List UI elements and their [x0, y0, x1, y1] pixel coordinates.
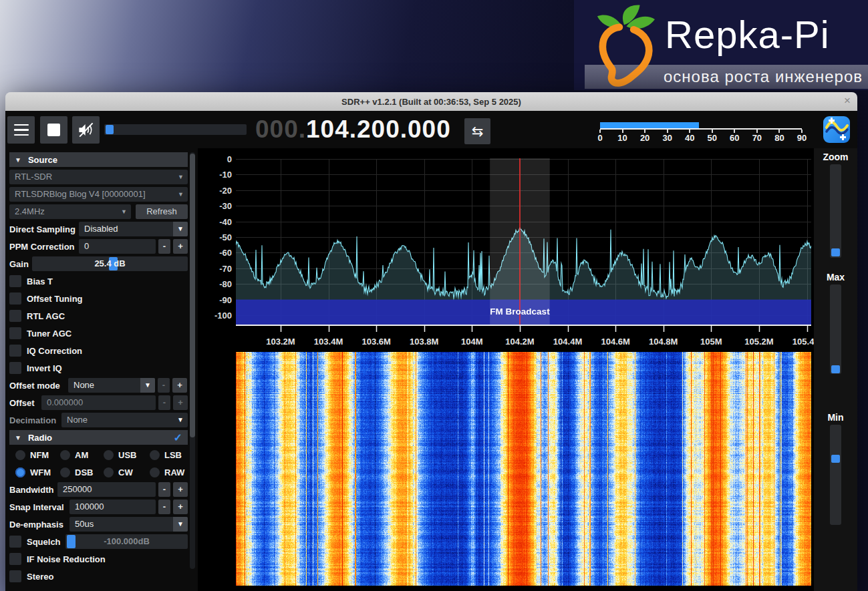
bandwidth-minus-button[interactable]: - [158, 482, 170, 497]
desktop: основа роста инженеров Repka-Pi SDR++ v1… [0, 0, 868, 591]
db-tick-label: -40 [219, 216, 232, 226]
device-dropdown[interactable]: RTLSDRBlog Blog V4 [00000001] ▼ [9, 187, 188, 202]
sdrpp-window: SDR++ v1.2.1 (Built at 00:36:53, Sep 5 2… [5, 92, 857, 591]
volume-grabber[interactable] [106, 125, 114, 134]
if-noise-reduction-label: IF Noise Reduction [27, 554, 106, 564]
deemphasis-dropdown[interactable]: 50us ▼ [69, 517, 188, 532]
sidebar-scrollbar[interactable] [190, 152, 195, 569]
offset-mode-minus-button[interactable]: - [158, 378, 170, 393]
device-value: RTLSDRBlog Blog V4 [00000001] [15, 189, 146, 199]
muted-speaker-icon [77, 121, 95, 139]
source-driver-dropdown[interactable]: RTL-SDR ▼ [9, 170, 188, 184]
decimation-dropdown[interactable]: None ▼ [61, 413, 188, 427]
snap-minus-button[interactable]: - [158, 500, 170, 514]
freq-tick-label: 105.2M [744, 337, 773, 347]
titlebar[interactable]: SDR++ v1.2.1 (Built at 00:36:53, Sep 5 2… [5, 92, 857, 111]
rtl-agc-checkbox[interactable] [9, 310, 21, 322]
min-slider[interactable] [830, 425, 841, 525]
collapse-arrow-icon: ▼ [15, 434, 21, 441]
mode-lsb-radio[interactable]: LSB [150, 450, 190, 460]
frequency-display[interactable]: 000.104.200.000 [255, 111, 451, 148]
min-label: Min [814, 412, 857, 423]
menu-button[interactable] [7, 116, 35, 144]
snr-tick-label: 30 [662, 133, 672, 143]
stereo-checkbox[interactable] [9, 570, 21, 582]
frequency-ghz-digits[interactable]: 000. [255, 116, 306, 143]
db-tick-label: -90 [219, 294, 232, 305]
offset-label: Offset [9, 398, 41, 408]
offset-mode-plus-button[interactable]: + [172, 378, 187, 393]
gain-value: 25.4 dB [32, 256, 188, 271]
mode-wfm-radio[interactable]: WFM [15, 467, 60, 477]
min-grabber[interactable] [831, 455, 840, 463]
db-tick-label: 0 [227, 154, 232, 164]
mode-cw-radio[interactable]: CW [104, 467, 150, 477]
direct-sampling-dropdown[interactable]: Disabled ▼ [79, 222, 188, 236]
invert-iq-checkbox[interactable] [9, 362, 21, 374]
sample-rate-dropdown[interactable]: 2.4MHz ▼ [9, 204, 131, 219]
refresh-button[interactable]: Refresh [136, 204, 188, 219]
offset-tuning-label: Offset Tuning [27, 294, 83, 304]
zoom-grabber[interactable] [831, 248, 840, 256]
mode-raw-radio[interactable]: RAW [150, 467, 190, 477]
bandwidth-plus-button[interactable]: + [173, 482, 188, 497]
snap-plus-button[interactable]: + [173, 500, 188, 514]
bias-t-checkbox[interactable] [9, 275, 21, 287]
ppm-correction-input[interactable]: 0 [79, 239, 156, 254]
radio-panel-header[interactable]: ▼ Radio ✓ [9, 430, 188, 445]
mode-usb-radio[interactable]: USB [104, 450, 150, 460]
mute-button[interactable] [72, 116, 100, 144]
offset-minus-button[interactable]: - [158, 395, 170, 410]
mode-dsb-label: DSB [75, 467, 93, 477]
if-noise-reduction-checkbox[interactable] [9, 553, 21, 565]
sidebar-scrollbar-thumb[interactable] [190, 154, 195, 437]
ppm-minus-button[interactable]: - [158, 239, 170, 254]
max-slider[interactable] [830, 284, 841, 374]
tuner-agc-label: Tuner AGC [27, 329, 71, 339]
max-grabber[interactable] [831, 365, 840, 373]
snr-tick-label: 60 [730, 133, 739, 143]
offset-value: 0.000000 [47, 397, 83, 407]
bandwidth-input[interactable]: 250000 [57, 482, 156, 497]
squelch-checkbox[interactable] [9, 536, 21, 548]
zoom-slider[interactable] [830, 164, 841, 258]
snr-meter: 0102030405060708090 [600, 111, 802, 148]
radio-header-label: Radio [28, 433, 52, 443]
close-button[interactable]: × [844, 94, 851, 108]
tuner-agc-checkbox[interactable] [9, 327, 21, 339]
db-tick-label: -70 [219, 263, 232, 273]
offset-mode-dropdown[interactable]: None ▼ [68, 378, 155, 393]
direct-sampling-value: Disabled [84, 224, 118, 234]
stop-button[interactable] [40, 116, 67, 144]
mode-raw-label: RAW [164, 467, 184, 477]
db-tick-label: -60 [219, 248, 232, 258]
hamburger-icon [14, 124, 29, 126]
invert-iq-label: Invert IQ [27, 363, 62, 373]
band-label-fm-broadcast: FM Broadcast [490, 307, 549, 317]
waterfall-canvas[interactable] [236, 352, 811, 586]
mode-cw-label: CW [118, 467, 133, 477]
snr-tick-label: 10 [617, 133, 627, 143]
freq-tick-label: 104.4M [553, 337, 582, 347]
spectrum-panel: 0-10-20-30-40-50-60-70-80-90-100 FM Broa… [198, 148, 814, 591]
source-panel-header[interactable]: ▼ Source [9, 152, 188, 167]
ppm-plus-button[interactable]: + [173, 239, 188, 254]
vfo-swap-button[interactable]: ⇆ [464, 118, 490, 144]
volume-slider[interactable] [104, 124, 247, 135]
frequency-axis: 103.2M103.4M103.6M103.8M104M104.2M104.4M… [236, 337, 811, 347]
offset-tuning-checkbox[interactable] [9, 292, 21, 305]
iq-correction-checkbox[interactable] [9, 345, 21, 357]
squelch-slider[interactable]: -100.000dB [65, 534, 188, 549]
source-driver-value: RTL-SDR [15, 172, 52, 182]
snr-level-bar [600, 122, 699, 128]
radio-enabled-checkmark[interactable]: ✓ [174, 431, 182, 444]
offset-plus-button[interactable]: + [173, 395, 188, 410]
freq-tick-label: 104M [461, 337, 483, 347]
snap-interval-input[interactable]: 100000 [69, 500, 156, 514]
mode-dsb-radio[interactable]: DSB [60, 467, 104, 477]
mode-nfm-radio[interactable]: NFM [15, 450, 60, 460]
offset-input[interactable]: 0.000000 [41, 395, 156, 410]
frequency-mhz-digits[interactable]: 104.200.000 [306, 116, 451, 143]
mode-am-radio[interactable]: AM [60, 450, 104, 460]
gain-slider[interactable]: 25.4 dB [32, 256, 188, 271]
